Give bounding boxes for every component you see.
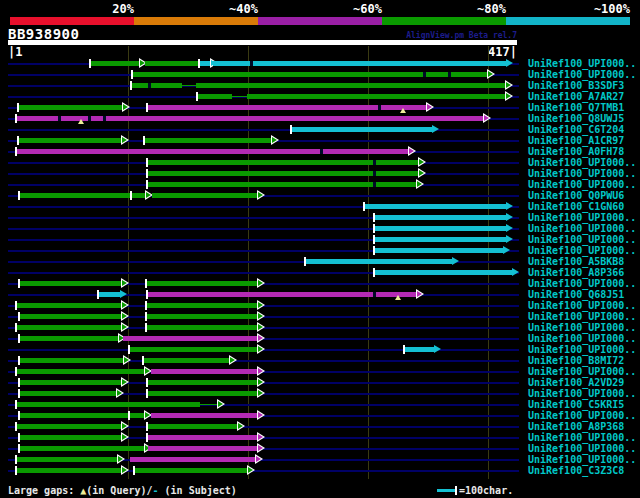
alignment-segment[interactable] — [148, 171, 419, 176]
hit-label[interactable]: UniRef100_B8MI72 — [528, 355, 624, 366]
alignment-segment[interactable] — [15, 369, 145, 374]
hit-label[interactable]: UniRef100_Q68J51 — [528, 289, 624, 300]
hit-label[interactable]: UniRef100_A8P366 — [528, 267, 624, 278]
alignment-segment[interactable] — [375, 215, 506, 220]
alignment-segment[interactable] — [15, 325, 122, 330]
alignment-segment[interactable] — [130, 457, 256, 462]
hit-label[interactable]: UniRef100_UPI000.. — [528, 311, 636, 322]
hit-label[interactable]: UniRef100_A8P368 — [528, 421, 624, 432]
hit-label[interactable]: UniRef100_A1CR97 — [528, 135, 624, 146]
hit-label[interactable]: UniRef100_UPI000.. — [528, 69, 636, 80]
alignment-segment[interactable] — [365, 204, 506, 209]
alignment-segment[interactable] — [375, 237, 506, 242]
alignment-segment[interactable] — [182, 85, 196, 86]
alignment-segment[interactable] — [15, 303, 122, 308]
alignment-segment[interactable] — [98, 292, 120, 297]
hit-label[interactable]: UniRef100_UPI000.. — [528, 58, 636, 69]
alignment-segment[interactable] — [18, 314, 122, 319]
alignment-segment[interactable] — [196, 83, 506, 88]
alignment-segment[interactable] — [148, 435, 258, 440]
hit-label[interactable]: UniRef100_UPI000.. — [528, 366, 636, 377]
alignment-segment[interactable] — [18, 193, 146, 198]
hit-label[interactable]: UniRef100_UPI000.. — [528, 443, 636, 454]
alignment-segment[interactable] — [18, 336, 119, 341]
hit-label[interactable]: UniRef100_UPI000.. — [528, 157, 636, 168]
hit-label[interactable]: UniRef100_C5KRI5 — [528, 399, 624, 410]
alignment-segment[interactable] — [147, 325, 258, 330]
hit-label[interactable]: UniRef100_C3Z3C8 — [528, 465, 624, 476]
hit-label[interactable]: UniRef100_UPI000.. — [528, 432, 636, 443]
hit-label[interactable]: UniRef100_A0FH78 — [528, 146, 624, 157]
alignment-segment[interactable] — [15, 468, 122, 473]
hit-label[interactable]: UniRef100_UPI000.. — [528, 179, 636, 190]
alignment-segment[interactable] — [135, 468, 248, 473]
hit-label[interactable]: UniRef100_UPI000.. — [528, 388, 636, 399]
alignment-segment[interactable] — [16, 149, 409, 154]
alignment-segment[interactable] — [18, 281, 122, 286]
alignment-segment[interactable] — [131, 83, 182, 88]
hit-label[interactable]: UniRef100_UPI000.. — [528, 322, 636, 333]
alignment-segment[interactable] — [213, 61, 506, 66]
hit-label[interactable]: UniRef100_UPI000.. — [528, 333, 636, 344]
alignment-segment[interactable] — [152, 193, 258, 198]
alignment-segment[interactable] — [148, 182, 417, 187]
alignment-segment[interactable] — [375, 270, 512, 275]
hit-label[interactable]: UniRef100_UPI000.. — [528, 245, 636, 256]
hit-label[interactable]: UniRef100_Q8UWJ5 — [528, 113, 624, 124]
alignment-segment[interactable] — [132, 72, 488, 77]
alignment-segment[interactable] — [232, 96, 247, 97]
hit-label[interactable]: UniRef100_B3SDF3 — [528, 80, 624, 91]
alignment-segment[interactable] — [151, 369, 258, 374]
alignment-segment[interactable] — [148, 292, 417, 297]
alignment-segment[interactable] — [375, 248, 503, 253]
alignment-segment[interactable] — [147, 314, 258, 319]
hit-label[interactable]: UniRef100_UPI000.. — [528, 278, 636, 289]
hit-label[interactable]: UniRef100_A2VD29 — [528, 377, 624, 388]
hit-label[interactable]: UniRef100_UPI000.. — [528, 454, 636, 465]
alignment-segment[interactable] — [145, 138, 272, 143]
alignment-segment[interactable] — [15, 424, 122, 429]
alignment-segment[interactable] — [200, 404, 218, 405]
hit-label[interactable]: UniRef100_A5BKB8 — [528, 256, 624, 267]
alignment-segment[interactable] — [18, 105, 123, 110]
hit-label[interactable]: UniRef100_UPI000.. — [528, 234, 636, 245]
hit-label[interactable]: UniRef100_UPI000.. — [528, 168, 636, 179]
alignment-segment[interactable] — [148, 446, 258, 451]
hit-label[interactable]: UniRef100_UPI000.. — [528, 410, 636, 421]
alignment-segment[interactable] — [18, 138, 122, 143]
alignment-segment[interactable] — [148, 424, 238, 429]
alignment-segment[interactable] — [148, 380, 258, 385]
hit-label[interactable]: UniRef100_Q7TMB1 — [528, 102, 624, 113]
alignment-segment[interactable] — [147, 303, 258, 308]
alignment-segment[interactable] — [18, 380, 122, 385]
alignment-segment[interactable] — [90, 61, 140, 66]
alignment-segment[interactable] — [147, 281, 258, 286]
hit-label[interactable]: UniRef100_UPI000.. — [528, 344, 636, 355]
hit-label[interactable]: UniRef100_A7AR27 — [528, 91, 624, 102]
alignment-segment[interactable] — [148, 160, 419, 165]
alignment-segment[interactable] — [306, 259, 452, 264]
alignment-segment[interactable] — [151, 413, 258, 418]
alignment-segment[interactable] — [148, 391, 258, 396]
alignment-segment[interactable] — [123, 336, 258, 341]
hit-label[interactable]: UniRef100_UPI000.. — [528, 212, 636, 223]
alignment-segment[interactable] — [18, 358, 124, 363]
alignment-segment[interactable] — [15, 457, 118, 462]
alignment-segment[interactable] — [18, 413, 145, 418]
alignment-segment[interactable] — [145, 61, 198, 66]
alignment-segment[interactable] — [16, 116, 484, 121]
alignment-segment[interactable] — [144, 358, 230, 363]
hit-label[interactable]: UniRef100_UPI000.. — [528, 300, 636, 311]
hit-label[interactable]: UniRef100_Q0PWU6 — [528, 190, 624, 201]
alignment-segment[interactable] — [148, 105, 427, 110]
alignment-segment[interactable] — [292, 127, 432, 132]
alignment-segment[interactable] — [18, 391, 117, 396]
alignment-segment[interactable] — [18, 435, 122, 440]
hit-label[interactable]: UniRef100_C1GN60 — [528, 201, 624, 212]
alignment-segment[interactable] — [405, 347, 434, 352]
alignment-segment[interactable] — [375, 226, 506, 231]
alignment-segment[interactable] — [15, 402, 200, 407]
alignment-segment[interactable] — [247, 94, 506, 99]
hit-label[interactable]: UniRef100_C6T204 — [528, 124, 624, 135]
alignment-segment[interactable] — [197, 94, 232, 99]
